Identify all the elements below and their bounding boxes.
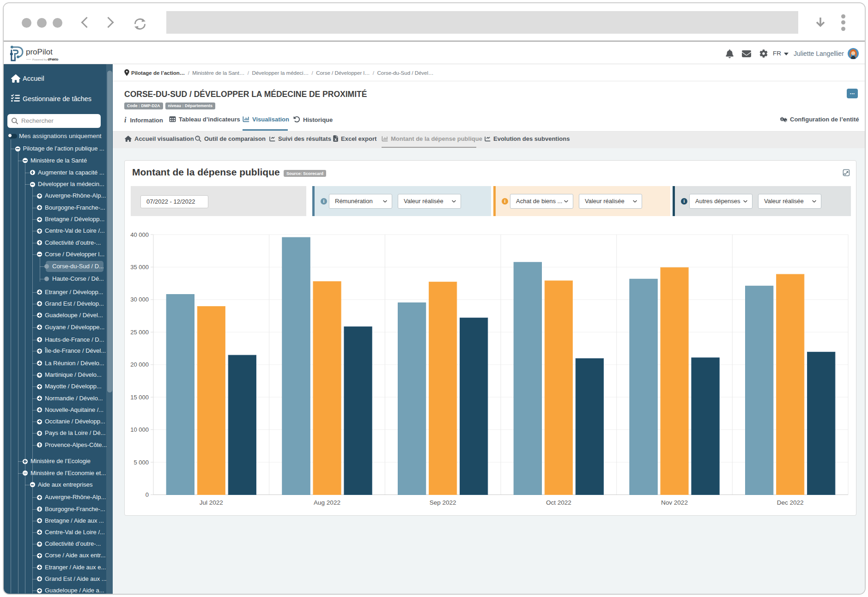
svg-text:15 000: 15 000 [130,394,149,401]
svg-text:Jul 2022: Jul 2022 [200,499,223,506]
svg-text:35 000: 35 000 [130,264,149,271]
svg-text:10 000: 10 000 [130,426,149,433]
svg-text:0: 0 [146,491,149,498]
svg-text:25 000: 25 000 [130,329,149,336]
svg-text:Aug 2022: Aug 2022 [314,499,340,506]
svg-text:5 000: 5 000 [134,459,149,466]
svg-text:Oct 2022: Oct 2022 [546,499,571,506]
svg-text:40 000: 40 000 [130,231,149,238]
svg-text:Dec 2022: Dec 2022 [777,499,804,506]
svg-text:30 000: 30 000 [130,296,149,303]
svg-text:Sep 2022: Sep 2022 [430,499,456,506]
svg-text:Nov 2022: Nov 2022 [661,499,688,506]
svg-text:20 000: 20 000 [130,361,149,368]
